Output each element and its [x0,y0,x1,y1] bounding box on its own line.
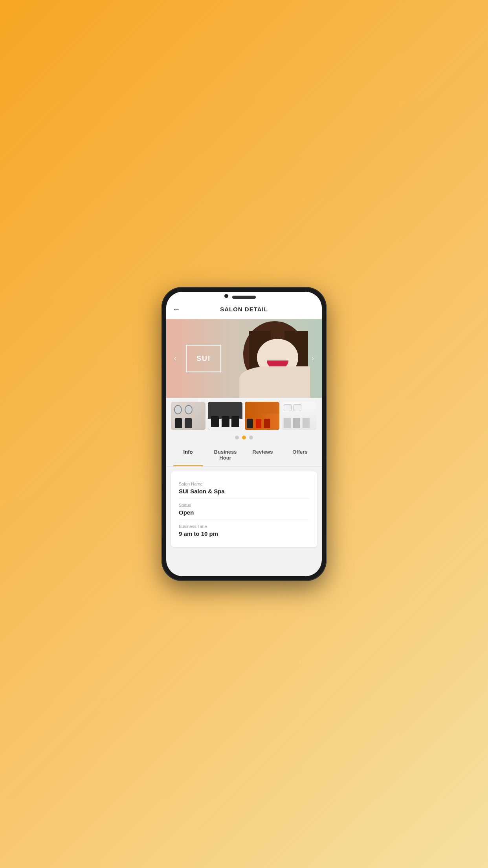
dot-3[interactable] [249,436,253,440]
thumbnail-1[interactable] [171,402,205,430]
status-value: Open [179,509,309,516]
salon-name-field: Salon Name SUI Salon & Spa [179,478,309,499]
page-title: SALON DETAIL [220,306,268,313]
thumbnail-2[interactable] [208,402,242,430]
tab-reviews[interactable]: Reviews [244,443,281,466]
tab-business-hour[interactable]: Business Hour [207,443,244,466]
business-time-label: Business Time [179,524,309,529]
dot-1[interactable] [235,436,239,440]
phone-screen: ← SALON DETAIL [166,292,322,576]
page-header: ← SALON DETAIL [166,300,322,319]
carousel-dots [166,434,322,443]
info-card: Salon Name SUI Salon & Spa Status Open B… [171,471,317,547]
dot-2[interactable] [242,436,246,440]
salon-name-label: Salon Name [179,482,309,486]
salon-name-value: SUI Salon & Spa [179,488,309,495]
tab-offers[interactable]: Offers [281,443,319,466]
thumbnail-4[interactable] [282,402,316,430]
hero-banner: SUI ‹ › [166,319,322,398]
business-time-value: 9 am to 10 pm [179,530,309,537]
phone-frame: ← SALON DETAIL [161,287,327,581]
scroll-content: ← SALON DETAIL [166,300,322,576]
business-time-field: Business Time 9 am to 10 pm [179,520,309,541]
camera [224,294,228,298]
tab-bar: Info Business Hour Reviews Offers [166,443,322,467]
back-button[interactable]: ← [172,305,180,314]
tab-info[interactable]: Info [169,443,207,466]
salon-logo: SUI [186,345,221,372]
status-field: Status Open [179,499,309,520]
hero-prev-button[interactable]: ‹ [169,353,181,364]
thumbnail-strip [166,398,322,434]
status-label: Status [179,503,309,508]
hero-next-button[interactable]: › [307,353,319,364]
speaker [232,296,256,299]
thumbnail-3[interactable] [245,402,279,430]
